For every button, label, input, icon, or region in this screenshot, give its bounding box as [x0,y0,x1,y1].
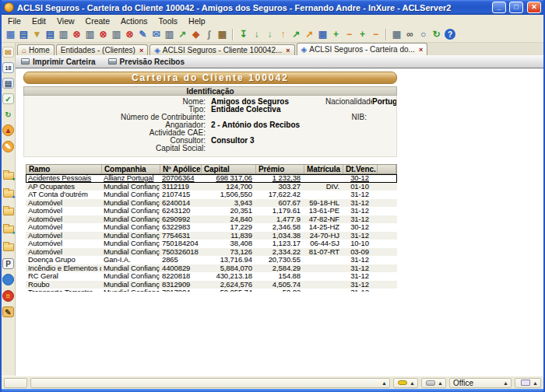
calendar-grid-icon[interactable]: ▦ [216,28,229,41]
expand-arrow-icon[interactable]: ▲ [410,380,415,386]
notebook-icon[interactable]: ▤ [2,78,14,89]
close-button[interactable]: ✕ [527,2,541,13]
status-key-toolbar[interactable]: ▲ [393,378,418,388]
table-row[interactable]: Doença GrupoGan-I.A.286513,716.9420,730.… [26,256,397,264]
find-icon[interactable]: ∞ [403,28,417,41]
print-document-icon[interactable]: ▥ [163,28,176,41]
status-office-toolbar[interactable]: Office▲ [449,378,512,388]
mail-message-icon[interactable]: ✉ [149,28,163,41]
remove-row-icon[interactable]: − [369,28,382,41]
zoom-icon[interactable]: ○ [417,28,430,41]
tab-close-icon[interactable]: × [286,47,290,54]
folder-plain-icon[interactable] [3,243,14,251]
column-header-dt-venc[interactable]: Dt.Venc. [343,165,378,173]
folder-icon[interactable] [3,208,14,215]
table-row[interactable]: AT Conta d'outrémMundial Confiança210741… [26,191,397,199]
globe-stats-icon[interactable] [2,274,14,285]
vehicle-icon[interactable]: ◆ [189,28,202,41]
table-row[interactable]: AutomóvelMundial Confiança62400143,94360… [26,199,397,208]
menu-item-tools[interactable]: Tools [153,16,184,26]
column-header-item[interactable] [378,165,396,173]
table-row[interactable]: Acidentes PessoaisAllianz Portugal207063… [26,174,397,183]
expand-arrow-icon[interactable]: ▲ [382,380,387,386]
status-toolbar[interactable]: ▲ [30,378,390,388]
download-to-line-icon[interactable]: ↓ [250,28,263,41]
print-list-icon[interactable]: ▥ [110,28,123,41]
table-row[interactable]: AutomóvelMundial Confiança624312020,3511… [26,207,397,215]
calendar-icon[interactable]: 18 [2,62,14,73]
mail-icon[interactable]: ✉ [2,47,14,58]
minimize-button[interactable]: _ [492,2,506,13]
table-row[interactable]: Transporte TerrestreMundial Confiança791… [26,289,397,292]
hot-stats-icon[interactable]: ≡ [2,290,14,302]
grid-dropdown-icon[interactable]: ▦ [316,28,329,41]
column-header-n-ap-lice[interactable]: Nº Apólice [160,165,202,173]
table-row[interactable]: Incêndio e Elementos da NMundial Confian… [26,264,397,273]
expand-arrow-icon[interactable]: ▲ [533,380,538,386]
add-icon[interactable]: + [329,28,343,41]
table-row[interactable]: AutomóvelMundial Confiança629099224,8401… [26,215,397,224]
receipts-forecast-button[interactable]: Previsão Recibos [108,58,185,66]
column-header-capital[interactable]: Capital [202,165,256,173]
expand-arrow-icon[interactable]: ▲ [503,380,508,386]
import-down-icon[interactable]: ↧ [237,28,250,41]
column-header-companhia[interactable]: Companhia [102,165,160,173]
refresh-arrows-icon[interactable]: ↻ [2,109,14,120]
add-row-icon[interactable]: + [356,28,369,41]
open-folder-dropdown-icon[interactable]: ▼ [30,28,44,41]
column-header-ramo[interactable]: Ramo [26,165,102,173]
check-out-icon[interactable]: ↗ [290,28,303,41]
column-header-matr-cula[interactable]: Matrícula [304,165,343,173]
print-preview-icon[interactable]: ▥ [83,28,97,41]
folder-database-icon[interactable]: ● [3,190,14,198]
cancel-print-icon[interactable]: ⊗ [70,28,83,41]
menu-item-actions[interactable]: Actions [115,16,153,26]
move-down-icon[interactable]: ↓ [263,28,276,41]
help-icon[interactable]: ? [445,29,455,40]
table-row[interactable]: AutomóvelMundial Confiança75018420438,40… [26,240,397,248]
table-row[interactable]: AutomóvelMundial Confiança75032601873,12… [26,248,397,257]
menu-item-help[interactable]: Help [183,16,211,26]
window-form-icon[interactable]: ▦ [4,28,17,41]
tab-close-icon[interactable]: × [139,47,143,54]
tab-entidades-clientes[interactable]: Entidades - (Clientes)× [56,44,148,55]
print-portfolio-button[interactable]: Imprimir Carteira [21,58,96,66]
refresh-icon[interactable]: ↻ [430,28,443,41]
calculator-icon[interactable]: ▦ [390,28,403,41]
tab-aclsi-seguros-cliente-100042[interactable]: ◈ACLSI Seguros - Cliente 100042...× [149,44,294,55]
table-row[interactable]: RouboMundial Confiança83129092,624,5764,… [26,281,397,289]
column-header-pr-mio[interactable]: Prémio [256,165,304,173]
expand-arrow-icon[interactable]: ▲ [438,380,443,386]
save-all-icon[interactable]: ▤ [44,28,57,41]
save-icon[interactable]: ▤ [17,28,30,41]
menu-item-file[interactable]: File [2,16,26,26]
table-row[interactable]: AP OcupantesMundial Confiança3112119124,… [26,183,397,191]
people-chart-icon[interactable]: ▲ [2,124,14,136]
edit-note-icon[interactable]: ✎ [136,28,149,41]
check-in-icon[interactable]: ↗ [303,28,316,41]
status-device-toolbar[interactable]: ▲ [421,378,446,388]
attachment-icon[interactable]: ∫ [202,28,216,41]
tab-close-icon[interactable]: × [419,46,423,54]
export-icon[interactable]: ↗ [176,28,189,41]
table-row[interactable]: RC GeralMundial Confiança8220818430,213.… [26,272,397,281]
menu-item-create[interactable]: Create [80,16,116,26]
menu-item-view[interactable]: View [51,16,80,26]
cancel-preview-icon[interactable]: ⊗ [97,28,110,41]
table-row[interactable]: AutomóvelMundial Confiança775463111,8391… [26,232,397,240]
menu-item-edit[interactable]: Edit [26,16,51,26]
tasks-check-icon[interactable]: ✓ [2,93,14,104]
maximize-button[interactable]: □ [509,2,523,13]
folder-globe-icon[interactable]: ● [3,226,14,233]
print-icon[interactable]: ▥ [57,28,70,41]
move-up-icon[interactable]: ↑ [276,28,290,41]
folder-ribbon-icon[interactable]: ● [3,172,14,180]
table-row[interactable]: AutomóvelMundial Confiança632298317,2292… [26,223,397,232]
status-box[interactable] [4,378,27,388]
tab-home[interactable]: ⌂Home [17,44,54,55]
status-input-toolbar[interactable]: ▲ [515,378,541,388]
p-flag-icon[interactable]: P [2,258,14,269]
tab-aclsi-seguros-carteira-do[interactable]: ◈ACLSI Seguros - Carteira do...× [297,43,428,55]
edit-round-icon[interactable]: ✎ [2,141,14,152]
package-edit-icon[interactable]: ✎ [2,306,14,317]
